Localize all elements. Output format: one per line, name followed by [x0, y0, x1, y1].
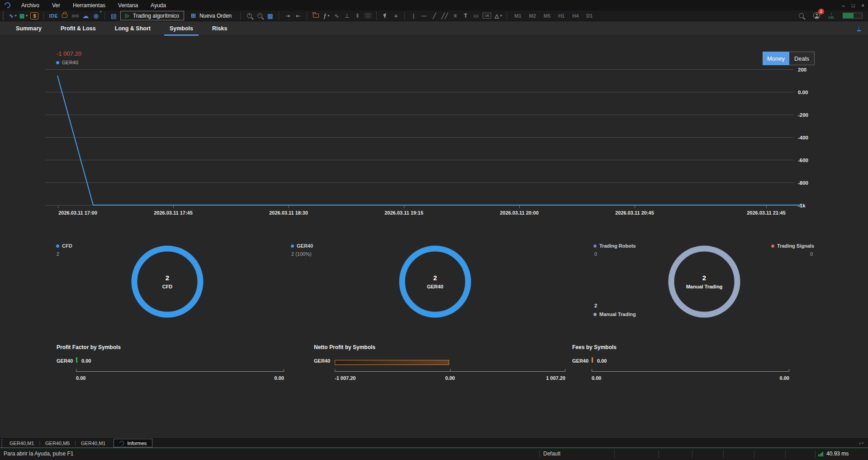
cursor-tool-button[interactable] — [382, 11, 389, 20]
netto-profit-title: Netto Profit by Symbols — [314, 344, 375, 350]
chart-tab-ger40-m1-2[interactable]: GER40,M1 — [76, 439, 110, 448]
profit-factor-axis — [76, 371, 284, 374]
level-button[interactable]: ↑ LVL — [829, 12, 835, 19]
toolbar-drag-handle[interactable] — [3, 12, 5, 20]
chart-tab-informes[interactable]: Informes — [114, 439, 152, 447]
algo-trading-label: Trading algorítmico — [133, 13, 179, 19]
donut-signals-value: 0 — [810, 251, 813, 257]
legend-label: Manual Trading — [599, 311, 636, 317]
chart-style-button[interactable]: ∿▾ — [9, 11, 16, 20]
y-tick-label: -600 — [798, 158, 808, 163]
trendline-tool-button[interactable]: ╱ — [431, 11, 438, 20]
new-order-button[interactable]: ⊞ Nueva Orden — [187, 11, 235, 20]
tab-long-short[interactable]: Long & Short — [105, 21, 160, 36]
search-icon — [799, 13, 804, 18]
restore-icon[interactable]: □ — [852, 3, 855, 8]
channel-tool-button[interactable]: ╱╱ — [441, 11, 448, 20]
menu-bar: Archivo Ver Herramientas Ventana Ayuda –… — [0, 0, 868, 10]
data-folder-button[interactable] — [312, 11, 319, 20]
profile-button[interactable]: 1 — [813, 11, 821, 20]
vps-button[interactable]: ◎+ — [92, 11, 100, 20]
menu-herramientas[interactable]: Herramientas — [66, 0, 112, 10]
cross-tool-button[interactable]: ⊥ — [343, 11, 351, 20]
tab-scroll-arrows[interactable]: ▴▾ — [859, 441, 864, 445]
chart-preview-button[interactable]: ▤▾ — [19, 11, 27, 20]
ok-object-button[interactable]: OK — [483, 13, 491, 19]
candles-tool-button[interactable]: ‖ — [354, 11, 361, 20]
donut-manual-legend: Manual Trading — [593, 311, 636, 317]
market-button[interactable] — [61, 11, 68, 20]
algo-trading-button[interactable]: ▷ Trading algorítmico — [120, 11, 184, 20]
chart-tab-ger40-m5[interactable]: GER40,M5 — [40, 439, 75, 448]
menu-ver[interactable]: Ver — [46, 0, 66, 10]
scroll-to-end-button[interactable]: ⇥ — [284, 11, 291, 20]
donut-chart-deals-by-symbol: 2 GER40 — [397, 243, 474, 320]
menu-ayuda[interactable]: Ayuda — [144, 0, 172, 10]
tabbar-drag-handle[interactable] — [1, 439, 3, 447]
menu-archivo[interactable]: Archivo — [15, 0, 46, 10]
terminal-window-button[interactable]: ▤ — [110, 11, 117, 20]
connection-meter[interactable] — [843, 13, 863, 19]
chart-tab-ger40-m1[interactable]: GER40,M1 — [5, 439, 39, 448]
timeframe-d1[interactable]: D1 — [586, 13, 593, 19]
zoom-in-button[interactable]: + — [246, 11, 253, 20]
y-tick-label: 200 — [798, 67, 806, 72]
horizontal-line-tool-button[interactable]: — — [420, 11, 427, 20]
tab-summary[interactable]: Summary — [6, 21, 51, 36]
status-latency[interactable]: 40.93 ms — [826, 450, 849, 457]
legend-dot-icon — [593, 244, 597, 248]
tab-symbols[interactable]: Symbols — [160, 21, 203, 36]
axis-label: 0.00 — [780, 375, 789, 381]
minimize-icon[interactable]: – — [842, 3, 845, 8]
netto-profit-bar — [335, 360, 449, 365]
dollar-icon[interactable]: $ — [30, 12, 38, 19]
donut-center-value: 2 — [166, 274, 169, 282]
separator — [279, 12, 279, 20]
status-cell-divider — [785, 450, 786, 458]
y-tick-label: -200 — [798, 112, 808, 118]
auto-scroll-button[interactable]: ⇤ — [294, 11, 302, 20]
status-cell-divider — [754, 450, 754, 458]
legend-dot-icon — [56, 244, 59, 248]
close-icon[interactable]: × — [862, 3, 864, 8]
plus-icon: + — [100, 10, 102, 14]
shopping-bag-icon — [62, 14, 67, 18]
zoom-out-button[interactable]: − — [256, 11, 263, 20]
chart-window-icon: ▤ — [19, 13, 24, 19]
vertical-line-tool-button[interactable]: | — [410, 11, 417, 20]
tab-profit-loss[interactable]: Profit & Loss — [51, 21, 105, 36]
indicators-button[interactable]: ƒ▾ — [323, 11, 330, 20]
chevron-down-icon: ▾ — [327, 14, 329, 18]
cloud-button[interactable]: ☁ — [82, 11, 89, 20]
timeframe-m2[interactable]: M2 — [529, 13, 536, 19]
timeframe-m1[interactable]: M1 — [514, 13, 521, 19]
export-report-icon[interactable]: ↓ — [857, 24, 861, 31]
toolbar: ∿▾ ▤▾ $ IDE ((o)) ☁ ◎+ ▤ ▷ Trading algor… — [0, 10, 868, 21]
timeframe-h1[interactable]: H1 — [558, 13, 564, 19]
profit-factor-value: 0.00 — [81, 358, 91, 364]
rectangle-tool-button[interactable]: ▭ — [472, 11, 479, 20]
ide-button[interactable]: IDE — [49, 11, 58, 20]
netto-profit-symbol: GER40 — [314, 358, 330, 364]
status-profile[interactable]: Default — [543, 450, 560, 457]
zigzag-object-button[interactable]: ∿ — [333, 11, 340, 20]
chart-tab-bar: GER40,M1 | GER40,M5 | GER40,M1 Informes … — [0, 438, 868, 447]
text-tool-button[interactable]: T — [462, 11, 469, 20]
crosshair-tool-button[interactable]: + — [392, 11, 399, 20]
menu-ventana[interactable]: Ventana — [112, 0, 144, 10]
timeframe-m5[interactable]: M5 — [544, 13, 550, 19]
profit-factor-tick — [76, 357, 77, 363]
timeframe-h4[interactable]: H4 — [572, 13, 579, 19]
donut-center-value: 2 — [433, 274, 437, 282]
screenshot-button[interactable] — [364, 11, 371, 20]
window-controls: – □ × — [842, 0, 864, 10]
search-button[interactable] — [798, 11, 805, 20]
signals-button[interactable]: ((o)) — [71, 11, 79, 20]
tab-risks[interactable]: Risks — [203, 21, 237, 36]
donut-center-value: 2 — [702, 274, 706, 282]
tile-windows-button[interactable]: ▦ — [266, 11, 274, 20]
shapes-button[interactable]: △▾ — [494, 11, 502, 20]
axis-label: 1 007.20 — [546, 375, 565, 381]
function-icon: ƒ — [323, 13, 327, 19]
equidistant-channel-button[interactable]: ≡ — [451, 11, 459, 20]
